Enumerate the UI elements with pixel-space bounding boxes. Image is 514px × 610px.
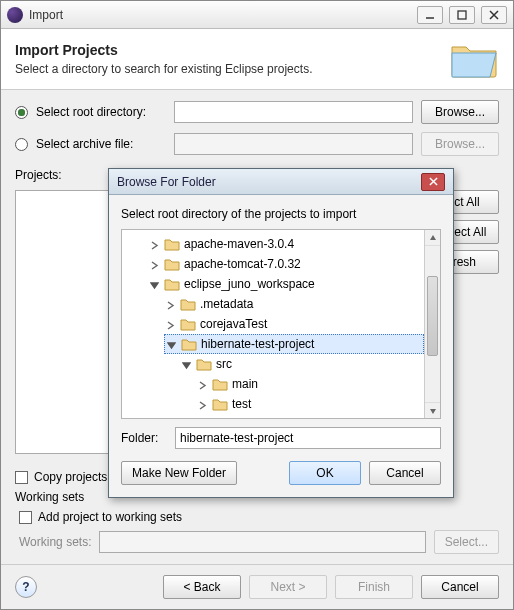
collapse-icon[interactable]	[182, 359, 192, 369]
tree-node[interactable]: main	[196, 374, 424, 394]
folder-icon	[164, 277, 180, 291]
expand-icon[interactable]	[166, 299, 176, 309]
window-title: Import	[29, 8, 411, 22]
select-root-dir-radio[interactable]	[15, 106, 28, 119]
tree-node[interactable]: corejavaTest	[164, 314, 424, 334]
root-dir-input[interactable]	[174, 101, 413, 123]
dialog-title: Browse For Folder	[117, 175, 421, 189]
dialog-close-button[interactable]	[421, 173, 445, 191]
select-archive-radio[interactable]	[15, 138, 28, 151]
import-titlebar: Import	[1, 1, 513, 29]
dialog-titlebar: Browse For Folder	[109, 169, 453, 195]
minimize-button[interactable]	[417, 6, 443, 24]
finish-button: Finish	[335, 575, 413, 599]
add-working-sets-option[interactable]: Add project to working sets	[15, 510, 499, 524]
tree-node[interactable]: apache-tomcat-7.0.32	[148, 254, 424, 274]
close-button[interactable]	[481, 6, 507, 24]
tree-node-label: src	[216, 357, 232, 371]
add-working-sets-checkbox[interactable]	[19, 511, 32, 524]
folder-icon	[212, 397, 228, 411]
folder-icon	[212, 377, 228, 391]
tree-node-label: apache-maven-3.0.4	[184, 237, 294, 251]
tree-node-label: test	[232, 397, 251, 411]
tree-node[interactable]: eclipse_juno_workspace	[148, 274, 424, 294]
tree-node-selected[interactable]: hibernate-test-project	[164, 334, 424, 354]
working-sets-input	[99, 531, 425, 553]
maximize-button[interactable]	[449, 6, 475, 24]
tree-node-label: corejavaTest	[200, 317, 267, 331]
banner-subtext: Select a directory to search for existin…	[15, 62, 312, 76]
folder-label: Folder:	[121, 431, 165, 445]
working-sets-label: Working sets:	[19, 535, 91, 549]
scroll-track[interactable]	[425, 246, 440, 402]
dialog-cancel-button[interactable]: Cancel	[369, 461, 441, 485]
expand-icon[interactable]	[150, 259, 160, 269]
tree-node-label: .metadata	[200, 297, 253, 311]
tree-node[interactable]: apache-maven-3.0.4	[148, 234, 424, 254]
wizard-banner: Import Projects Select a directory to se…	[1, 29, 513, 90]
expand-icon[interactable]	[198, 379, 208, 389]
make-new-folder-button[interactable]: Make New Folder	[121, 461, 237, 485]
archive-input	[174, 133, 413, 155]
tree-scrollbar[interactable]	[424, 230, 440, 418]
tree-node-label: eclipse_juno_workspace	[184, 277, 315, 291]
working-sets-select-button: Select...	[434, 530, 499, 554]
tree-node-label: main	[232, 377, 258, 391]
banner-folder-icon	[449, 39, 499, 79]
expand-icon[interactable]	[150, 239, 160, 249]
eclipse-icon	[7, 7, 23, 23]
svg-rect-0	[458, 11, 466, 19]
folder-tree[interactable]: apache-maven-3.0.4 apache-tomcat-7.0.32	[121, 229, 441, 419]
cancel-button[interactable]: Cancel	[421, 575, 499, 599]
ok-button[interactable]: OK	[289, 461, 361, 485]
archive-browse-button: Browse...	[421, 132, 499, 156]
root-browse-button[interactable]: Browse...	[421, 100, 499, 124]
next-button: Next >	[249, 575, 327, 599]
scroll-up-button[interactable]	[425, 230, 440, 246]
scroll-down-button[interactable]	[425, 402, 440, 418]
select-root-dir-label: Select root directory:	[36, 105, 166, 119]
banner-heading: Import Projects	[15, 42, 312, 58]
expand-icon[interactable]	[198, 399, 208, 409]
copy-projects-checkbox[interactable]	[15, 471, 28, 484]
folder-icon	[196, 357, 212, 371]
tree-node-label: apache-tomcat-7.0.32	[184, 257, 301, 271]
wizard-button-bar: ? < Back Next > Finish Cancel	[1, 564, 513, 609]
tree-node-label: hibernate-test-project	[201, 337, 314, 351]
folder-input[interactable]	[175, 427, 441, 449]
collapse-icon[interactable]	[150, 279, 160, 289]
collapse-icon[interactable]	[167, 339, 177, 349]
help-button[interactable]: ?	[15, 576, 37, 598]
tree-node[interactable]: .metadata	[164, 294, 424, 314]
tree-node[interactable]: test	[196, 394, 424, 414]
folder-icon	[181, 337, 197, 351]
folder-icon	[180, 317, 196, 331]
browse-folder-dialog: Browse For Folder Select root directory …	[108, 168, 454, 498]
expand-icon[interactable]	[166, 319, 176, 329]
tree-node[interactable]: src	[180, 354, 424, 374]
select-archive-label: Select archive file:	[36, 137, 166, 151]
folder-icon	[164, 237, 180, 251]
scroll-thumb[interactable]	[427, 276, 438, 356]
add-working-sets-label: Add project to working sets	[38, 510, 182, 524]
folder-icon	[164, 257, 180, 271]
dialog-instruction: Select root directory of the projects to…	[121, 207, 441, 221]
folder-icon	[180, 297, 196, 311]
back-button[interactable]: < Back	[163, 575, 241, 599]
